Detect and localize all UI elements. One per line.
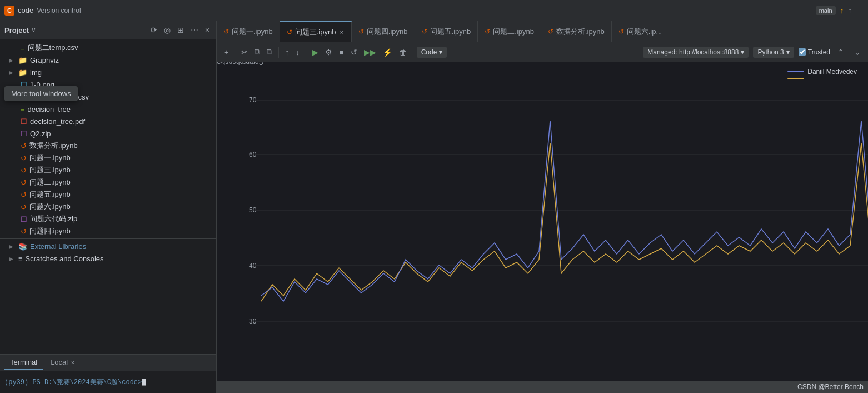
minimize-icon[interactable]: — [856,6,864,14]
legend-color-blue [787,71,804,72]
scratch-icon: ≡ [18,255,23,263]
expand-icon: ▶ [9,243,16,250]
trusted-checkbox[interactable] [799,48,806,56]
toolbar-separator [278,47,279,58]
expand-button[interactable]: ⊞ [175,24,186,36]
stop-button[interactable]: ■ [336,46,346,58]
collapse-toolbar-button[interactable]: ⌄ [851,46,864,58]
app-logo: C [4,6,14,16]
list-item[interactable]: ↺ 问题三.ipynb [0,164,216,176]
tab-local[interactable]: Local × [45,356,81,370]
top-bar: C code Version control main ↑ ↑ — [0,0,868,21]
move-up-button[interactable]: ↑ [282,46,292,58]
list-item[interactable]: ↺ 问题二.ipynb [0,176,216,188]
list-item[interactable]: ↺ 问题一.ipynb [0,152,216,164]
expand-icon: ▶ [9,69,16,76]
update-icon[interactable]: ↑ [840,6,844,15]
file-label: decision_tree [28,105,71,113]
list-item[interactable]: ≡ 问题二temp.csv [0,42,216,54]
more-button[interactable]: ⋯ [188,24,201,36]
notebook-icon: ↺ [21,227,27,236]
list-item[interactable]: ▶ 📁 Graphviz [0,54,216,66]
run-all-button[interactable]: ▶▶ [361,46,379,58]
notebook-icon: ↺ [21,178,27,187]
sidebar: Project ∨ ⟳ ◎ ⊞ ⋯ × More tool windows ≡ … [0,21,217,393]
restart-button[interactable]: ↺ [348,46,360,58]
tab-wentiliu[interactable]: ↺ 问题六.ip... [612,21,670,42]
file-label: decision_tree.pdf [30,117,85,126]
move-down-button[interactable]: ↓ [293,46,302,58]
notebook-icon: ↺ [287,28,292,36]
main-area: ↺ 问题一.ipynb ↺ 问题三.ipynb × ↺ 问题四.ipynb ↺ … [217,21,868,393]
zip-icon: ☐ [21,130,27,138]
notebook-icon: ↺ [21,166,27,175]
notebook-icon: ↺ [485,28,490,36]
list-item[interactable]: ↺ 问题五.ipynb [0,188,216,201]
file-label: 问题二.ipynb [29,177,71,187]
terminal-tabs: Terminal Local × [0,355,216,371]
y-axis-label: Comprehensive Score [217,62,390,66]
list-item[interactable]: ≡ decision_tree [0,103,216,115]
file-label: 问题二temp.csv [28,43,78,53]
file-label: Q2.zip [30,130,51,138]
svg-text:40: 40 [249,262,257,270]
app-title: code [18,6,33,14]
chart-svg: .chart-line-blue { fill: none; stroke: #… [217,62,868,381]
status-bar: CSDN @Better Bench [217,381,868,393]
sidebar-title: Project [4,26,29,34]
list-item[interactable]: ↺ 问题四.ipynb [0,225,216,237]
list-item[interactable]: ☐ decision_tree.pdf [0,115,216,127]
branch-badge[interactable]: main [816,6,836,15]
folder-icon: 📁 [18,56,27,64]
notebook-tab-bar: ↺ 问题一.ipynb ↺ 问题三.ipynb × ↺ 问题四.ipynb ↺ … [217,21,868,42]
sync-button[interactable]: ⟳ [148,24,159,36]
copy-button[interactable]: ⧉ [252,46,263,58]
svg-text:60: 60 [249,151,257,158]
svg-text:30: 30 [249,317,257,325]
tab-wentisan[interactable]: ↺ 问题三.ipynb × [280,21,352,42]
tab-terminal[interactable]: Terminal [4,356,43,370]
run-button[interactable]: ▶ [310,46,321,58]
delete-button[interactable]: 🗑 [396,46,410,58]
folder-icon: 📁 [18,68,27,77]
list-item[interactable]: ▶ 📁 img [0,66,216,78]
sidebar-caret[interactable]: ∨ [31,26,36,34]
tab-wentier[interactable]: ↺ 问题二.ipynb [478,21,541,42]
vcs-label: Version control [37,7,81,14]
notebook-icon: ↺ [422,28,427,36]
list-item[interactable]: ▶ ≡ Scratches and Consoles [0,252,216,265]
expand-icon: ▶ [9,256,16,262]
tab-wentione[interactable]: ↺ 问题一.ipynb [217,21,280,42]
push-icon[interactable]: ↑ [849,6,852,14]
file-label: 问题六代码.zip [30,214,77,224]
terminal-panel: Terminal Local × (py39) PS D:\竞赛\2024美赛\… [0,354,216,393]
notebook-icon: ↺ [223,28,229,36]
terminal-content[interactable]: (py39) PS D:\竞赛\2024美赛\C题\code> █ [0,371,216,393]
run-config-button[interactable]: ⚙ [322,46,335,58]
list-item[interactable]: ↺ 问题六.ipynb [0,201,216,213]
paste-button[interactable]: ⧉ [264,46,275,58]
list-item[interactable]: ▶ 📚 External Libraries [0,240,216,252]
add-cell-button[interactable]: + [221,46,231,58]
tab-shujufenxi[interactable]: ↺ 数据分析.ipynb [541,21,612,42]
legend-color-gold [787,78,804,79]
list-item[interactable]: ☐ 问题六代码.zip [0,213,216,225]
tab-wentiwu[interactable]: ↺ 问题五.ipynb [415,21,478,42]
close-sidebar-button[interactable]: × [203,24,212,36]
kernel-dropdown[interactable]: Python 3 ▾ [753,47,794,58]
expand-toolbar-button[interactable]: ⌃ [835,46,847,58]
locate-button[interactable]: ◎ [162,24,173,36]
close-local-tab[interactable]: × [70,359,76,366]
close-wentisan-tab[interactable]: × [338,29,344,36]
clear-button[interactable]: ⚡ [380,46,395,58]
notebook-icon: ↺ [21,203,27,211]
cut-button[interactable]: ✂ [238,46,251,58]
tab-wentisi[interactable]: ↺ 问题四.ipynb [352,21,415,42]
server-dropdown[interactable]: Managed: http://localhost:8888 ▾ [643,47,749,58]
toolbar-right: Managed: http://localhost:8888 ▾ Python … [643,46,864,58]
list-item[interactable]: ↺ 数据分析.ipynb [0,140,216,152]
list-item[interactable]: ☐ Q2.zip [0,127,216,140]
cell-type-dropdown[interactable]: Code ▾ [417,47,447,58]
chart-legend: Daniil Medvedev [787,68,857,79]
more-tool-windows-tooltip[interactable]: More tool windows [4,86,78,101]
